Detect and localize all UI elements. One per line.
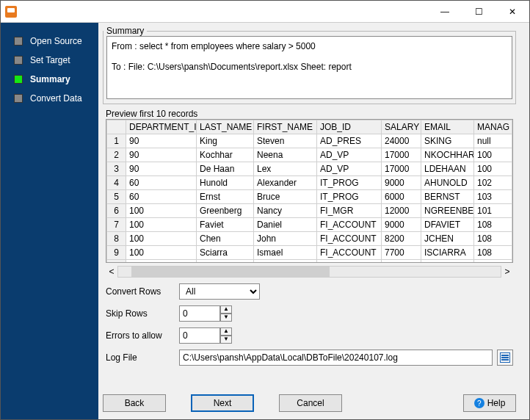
table-cell: 108 — [474, 232, 512, 246]
table-cell: 7800 — [382, 260, 421, 264]
col-header[interactable]: FIRST_NAME — [254, 120, 317, 134]
table-cell: Greenberg — [197, 204, 254, 218]
rownum-cell: 4 — [107, 176, 126, 190]
table-cell: 108 — [474, 246, 512, 260]
back-button[interactable]: Back — [103, 394, 166, 412]
app-icon — [5, 6, 17, 18]
table-cell: null — [474, 134, 512, 148]
table-cell: 100 — [126, 232, 197, 246]
table-cell: 17000 — [382, 148, 421, 162]
summary-from-line: From : select * from employees where sal… — [112, 41, 507, 51]
scroll-thumb[interactable] — [131, 267, 330, 277]
col-header[interactable]: JOB_ID — [317, 120, 382, 134]
table-cell: 100 — [126, 218, 197, 232]
skip-rows-input[interactable] — [179, 305, 220, 322]
table-row[interactable]: 190KingStevenAD_PRES24000SKINGnull — [107, 134, 512, 148]
step-summary[interactable]: Summary — [1, 70, 98, 89]
table-cell: 100 — [126, 246, 197, 260]
table-cell: Jose Manuel — [254, 260, 317, 264]
step-open-source[interactable]: Open Source — [1, 32, 98, 51]
col-header[interactable]: EMAIL — [421, 120, 474, 134]
table-cell: 9000 — [382, 176, 421, 190]
help-icon: ? — [474, 398, 484, 408]
table-row[interactable]: 290KochharNeenaAD_VP17000NKOCHHAR100 — [107, 148, 512, 162]
spin-down-icon[interactable]: ▼ — [220, 336, 232, 344]
summary-textbox[interactable]: From : select * from employees where sal… — [106, 36, 512, 99]
table-cell: 100 — [126, 260, 197, 264]
spin-up-icon[interactable]: ▲ — [220, 305, 232, 314]
errors-input[interactable] — [179, 327, 220, 344]
table-cell: 24000 — [382, 134, 421, 148]
table-row[interactable]: 7100FavietDanielFI_ACCOUNT9000DFAVIET108 — [107, 218, 512, 232]
col-header[interactable]: LAST_NAME — [197, 120, 254, 134]
table-row[interactable]: 6100GreenbergNancyFI_MGR12000NGREENBE101 — [107, 204, 512, 218]
next-button[interactable]: Next — [191, 394, 254, 412]
table-cell: IT_PROG — [317, 190, 382, 204]
table-row[interactable]: 9100SciarraIsmaelFI_ACCOUNT7700ISCIARRA1… — [107, 246, 512, 260]
summary-legend: Summary — [104, 26, 147, 36]
col-header[interactable]: MANAG — [474, 120, 512, 134]
rownum-cell: 9 — [107, 246, 126, 260]
table-cell: 90 — [126, 148, 197, 162]
table-cell: Sciarra — [197, 246, 254, 260]
step-set-target[interactable]: Set Target — [1, 51, 98, 70]
table-cell: 8200 — [382, 232, 421, 246]
scroll-track[interactable] — [117, 266, 501, 278]
table-cell: 102 — [474, 176, 512, 190]
close-button[interactable]: ✕ — [495, 1, 529, 23]
help-label: Help — [487, 398, 506, 408]
step-label: Open Source — [30, 36, 82, 46]
table-cell: Hunold — [197, 176, 254, 190]
table-cell: FI_ACCOUNT — [317, 218, 382, 232]
log-browse-button[interactable] — [497, 350, 513, 366]
step-box-icon — [14, 75, 23, 84]
table-cell: 6000 — [382, 190, 421, 204]
step-box-icon — [14, 56, 23, 65]
table-cell: 60 — [126, 190, 197, 204]
table-row[interactable]: 390De HaanLexAD_VP17000LDEHAAN100 — [107, 162, 512, 176]
maximize-button[interactable]: ☐ — [462, 1, 495, 23]
table-cell: FI_ACCOUNT — [317, 232, 382, 246]
table-row[interactable]: 560ErnstBruceIT_PROG6000BERNST103 — [107, 190, 512, 204]
col-header[interactable]: DEPARTMENT_ID — [126, 120, 197, 134]
table-cell: John — [254, 232, 317, 246]
skip-rows-spinner[interactable]: ▲▼ — [179, 305, 232, 322]
step-label: Summary — [30, 74, 70, 84]
table-cell: JCHEN — [421, 232, 474, 246]
table-cell: Chen — [197, 232, 254, 246]
table-cell: Ernst — [197, 190, 254, 204]
convert-rows-label: Convert Rows — [106, 286, 179, 297]
scroll-right-icon[interactable]: > — [501, 267, 513, 277]
table-cell: Ismael — [254, 246, 317, 260]
rownum-cell: 7 — [107, 218, 126, 232]
table-row[interactable]: 8100ChenJohnFI_ACCOUNT8200JCHEN108 — [107, 232, 512, 246]
table-cell: 7700 — [382, 246, 421, 260]
table-cell: 100 — [474, 162, 512, 176]
preview-table[interactable]: DEPARTMENT_ID LAST_NAME FIRST_NAME JOB_I… — [106, 119, 513, 263]
skip-rows-label: Skip Rows — [106, 308, 179, 319]
table-cell: 60 — [126, 176, 197, 190]
convert-rows-select[interactable]: All — [179, 283, 260, 300]
table-cell: IT_PROG — [317, 176, 382, 190]
rownum-cell: 10 — [107, 260, 126, 264]
main-panel: Summary From : select * from employees w… — [98, 23, 529, 419]
table-cell: Daniel — [254, 218, 317, 232]
errors-spinner[interactable]: ▲▼ — [179, 327, 232, 344]
cancel-button[interactable]: Cancel — [279, 394, 342, 412]
spin-down-icon[interactable]: ▼ — [220, 314, 232, 322]
table-row[interactable]: 460HunoldAlexanderIT_PROG9000AHUNOLD102 — [107, 176, 512, 190]
col-header[interactable]: SALARY — [382, 120, 421, 134]
minimize-button[interactable]: — — [428, 1, 462, 23]
help-button[interactable]: ? Help — [463, 394, 516, 412]
scroll-left-icon[interactable]: < — [106, 267, 117, 277]
table-cell: 100 — [126, 204, 197, 218]
spin-up-icon[interactable]: ▲ — [220, 327, 232, 336]
table-cell: 9000 — [382, 218, 421, 232]
log-file-input[interactable] — [179, 350, 493, 366]
step-convert-data[interactable]: Convert Data — [1, 89, 98, 108]
horizontal-scrollbar[interactable]: < > — [106, 266, 513, 278]
table-cell: JMURMAN — [421, 260, 474, 264]
table-row[interactable]: 10100UrmanJose ManuelFI_ACCOUNT7800JMURM… — [107, 260, 512, 264]
table-cell: SKING — [421, 134, 474, 148]
table-cell: 108 — [474, 218, 512, 232]
